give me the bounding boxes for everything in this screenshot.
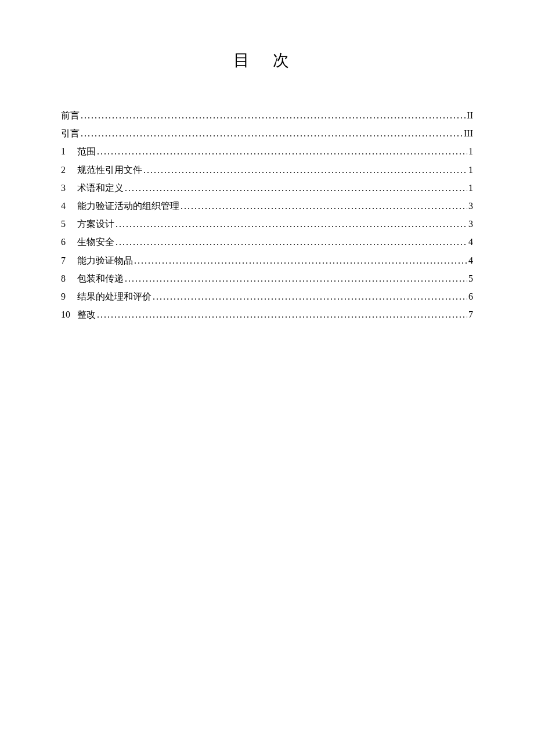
toc-dots xyxy=(116,233,467,251)
toc-entry: 6 生物安全 4 xyxy=(61,233,473,251)
toc-entry: 7 能力验证物品 4 xyxy=(61,251,473,269)
toc-page: 4 xyxy=(468,251,473,269)
toc-number: 6 xyxy=(61,233,71,251)
toc-entry: 1 范围 1 xyxy=(61,142,473,160)
toc-label: 范围 xyxy=(77,142,96,160)
toc-label: 整改 xyxy=(77,305,96,323)
toc-number: 1 xyxy=(61,142,71,160)
toc-dots xyxy=(125,269,467,287)
toc-entry: 9 结果的处理和评价 6 xyxy=(61,287,473,305)
toc-page: 4 xyxy=(468,233,473,251)
toc-number: 7 xyxy=(61,251,71,269)
toc-dots xyxy=(153,287,467,305)
toc-label: 术语和定义 xyxy=(77,179,124,197)
toc-entry: 2 规范性引用文件 1 xyxy=(61,161,473,179)
toc-entry: 5 方案设计 3 xyxy=(61,215,473,233)
toc-page: 6 xyxy=(468,287,473,305)
toc-number: 10 xyxy=(61,305,71,323)
toc-label: 结果的处理和评价 xyxy=(77,287,151,305)
toc-label: 规范性引用文件 xyxy=(77,161,142,179)
toc-page: III xyxy=(464,124,473,142)
toc-number: 2 xyxy=(61,161,71,179)
toc-page: 7 xyxy=(468,305,473,323)
toc-label: 能力验证物品 xyxy=(77,251,133,269)
toc-dots xyxy=(134,251,467,269)
toc-dots xyxy=(125,179,467,197)
toc-dots xyxy=(181,197,467,215)
toc-number: 4 xyxy=(61,197,71,215)
toc-entry: 引言 III xyxy=(61,124,473,142)
toc-number: 3 xyxy=(61,179,71,197)
toc-entry: 3 术语和定义 1 xyxy=(61,179,473,197)
toc-dots xyxy=(116,215,467,233)
toc-entry: 8 包装和传递 5 xyxy=(61,269,473,287)
toc-dots xyxy=(143,161,467,179)
toc-entry: 前言 II xyxy=(61,106,473,124)
toc-label: 方案设计 xyxy=(77,215,114,233)
page-title: 目次 xyxy=(61,49,473,71)
toc-page: 5 xyxy=(468,269,473,287)
toc-entry: 4 能力验证活动的组织管理 3 xyxy=(61,197,473,215)
toc-dots xyxy=(81,106,466,124)
toc-dots xyxy=(97,142,467,160)
toc-dots xyxy=(81,124,463,142)
toc-number: 5 xyxy=(61,215,71,233)
toc-number: 8 xyxy=(61,269,71,287)
toc-dots xyxy=(97,305,467,323)
toc-entry: 10 整改 7 xyxy=(61,305,473,323)
toc-label: 能力验证活动的组织管理 xyxy=(77,197,179,215)
table-of-contents: 前言 II 引言 III 1 范围 1 2 规范性引用文件 1 3 术语和定义 … xyxy=(61,106,473,323)
toc-label: 包装和传递 xyxy=(77,269,124,287)
toc-label: 生物安全 xyxy=(77,233,114,251)
toc-number: 9 xyxy=(61,287,71,305)
toc-label: 前言 xyxy=(61,106,80,124)
toc-page: II xyxy=(467,106,473,124)
toc-page: 1 xyxy=(468,161,473,179)
toc-label: 引言 xyxy=(61,124,80,142)
toc-page: 1 xyxy=(468,142,473,160)
toc-page: 3 xyxy=(468,215,473,233)
toc-page: 1 xyxy=(468,179,473,197)
toc-page: 3 xyxy=(468,197,473,215)
